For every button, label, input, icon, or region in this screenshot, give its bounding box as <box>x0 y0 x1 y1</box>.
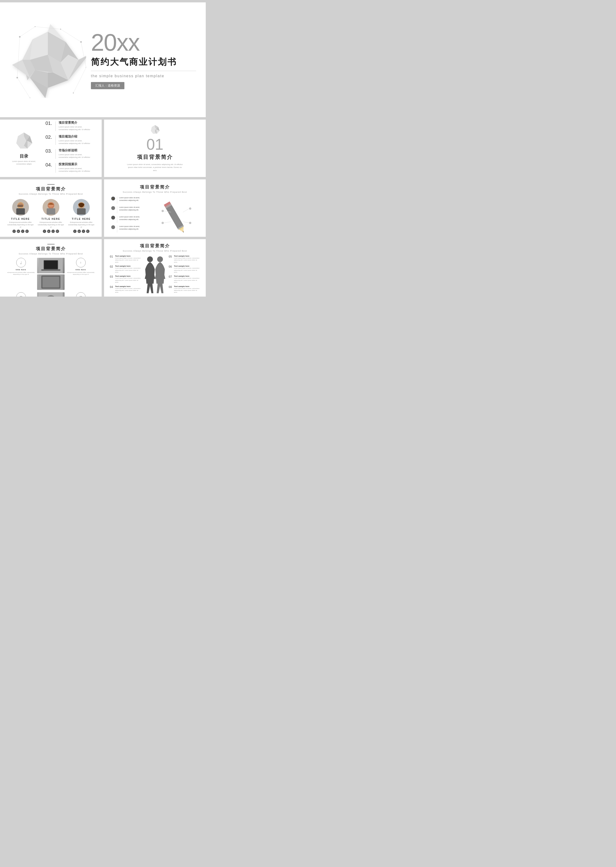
linkedin-icon: in <box>17 229 20 233</box>
slide-team: 项目背景简介 Success Always Belongs To Those W… <box>0 179 102 237</box>
svg-rect-45 <box>47 208 55 215</box>
edu-divider-4 <box>117 225 117 232</box>
stat-num-3: 03 <box>110 275 114 278</box>
stat-title-8: Text sample here <box>174 285 200 287</box>
toc-title-4: 投资回报展示 <box>59 162 92 166</box>
stat-num-7: 07 <box>169 275 173 278</box>
svg-rect-48 <box>77 208 86 215</box>
svg-point-59 <box>162 210 163 212</box>
edu-text-1: Lorem ipsum dolor sit amet,consectetur a… <box>119 196 140 202</box>
stat-row-3: 03 Text sample here Lorem ipsum dolor si… <box>110 275 141 283</box>
toc-div-2 <box>55 135 56 145</box>
stat-row-6: 06 Text sample here Lorem ipsum dolor si… <box>169 265 200 273</box>
toc-title-3: 市场分析说明 <box>59 148 92 152</box>
icon-grid-sub: Success Always Belongs To Those Who Prep… <box>7 253 94 255</box>
icon-item-6: ⊟ title here entrepreneurial activities … <box>67 292 94 297</box>
stat-row-4: 04 Text sample here Lorem ipsum dolor si… <box>110 285 141 294</box>
member-3-title: TITLE HERE <box>68 218 94 220</box>
toc-left-block: 目录 Lorem ipsum dolor sit amet, consectet… <box>9 131 38 165</box>
svg-line-28 <box>17 78 30 98</box>
icon-item-4: ⊞ title here entrepreneurial activities … <box>7 292 35 297</box>
stat-num-2: 02 <box>110 265 114 269</box>
svg-point-17 <box>80 41 82 42</box>
stat-num-8: 08 <box>169 285 173 289</box>
section-desc: Lorem ipsum dolor sit amet, consectetur … <box>126 163 184 172</box>
photo-placeholder-3 <box>37 292 64 297</box>
heading-accent-line <box>47 184 55 185</box>
svg-point-79 <box>147 256 153 262</box>
icon-upload: ↑ <box>76 258 86 267</box>
avatar-3 <box>73 199 90 216</box>
icon-item-3: ↑ title here entrepreneurial activities … <box>67 258 94 290</box>
member-3-desc: Entrepreneurial activities differ substa… <box>68 221 94 228</box>
edu-item-3: Lorem ipsum dolor sit amet,consectetur a… <box>111 216 153 223</box>
toc-sub: Lorem ipsum dolor sit amet, consectetur … <box>9 160 38 165</box>
toc-item-4: 04. 投资回报展示 Lorem ipsum dolor sit amet, c… <box>46 162 92 173</box>
copyright-icon: © <box>25 229 29 233</box>
svg-point-80 <box>157 256 163 262</box>
edu-text-3: Lorem ipsum dolor sit amet,consectetur a… <box>119 216 140 221</box>
stat-row-7: 07 Text sample here Lorem ipsum dolor si… <box>169 275 200 283</box>
edu-items-list: 🎓 Lorem ipsum dolor sit amet,consectetur… <box>111 196 153 232</box>
edu-text-4: Lorem ipsum dolor sit amet,consectetur a… <box>119 225 140 230</box>
icon-grid-heading: 项目背景简介 <box>7 246 94 251</box>
toc-desc-3: Lorem ipsum dolor sit amet, consectetur … <box>59 153 92 159</box>
stats-right-col: 05 Text sample here Lorem ipsum dolor si… <box>169 255 200 295</box>
member-1-socials: f in t © <box>7 229 34 233</box>
stat-desc-7: Lorem ipsum dolor sit amet, consectetur … <box>174 277 200 283</box>
toc-num-4: 04. <box>46 162 53 168</box>
toc-desc-1: Lorem ipsum dolor sit amet, consectetur … <box>59 126 92 131</box>
stat-row-1: 01 Text sample here Lorem ipsum dolor si… <box>110 255 141 263</box>
stat-title-2: Text sample here <box>115 265 141 267</box>
slide-section01: 01 项目背景简介 Lorem ipsum dolor sit amet, co… <box>104 119 206 177</box>
toc-items-list: 01. 项目背景简介 Lorem ipsum dolor sit amet, c… <box>46 121 92 176</box>
photo-placeholder-2 <box>37 274 64 290</box>
edu-item-2: Lorem ipsum dolor sit amet,consectetur a… <box>111 206 153 214</box>
toc-item-3: 03. 市场分析说明 Lorem ipsum dolor sit amet, c… <box>46 148 92 159</box>
slide-grid-row2: 项目背景简介 Success Always Belongs To Those W… <box>0 179 206 237</box>
svg-rect-38 <box>16 208 25 215</box>
team-heading: 项目背景简介 <box>7 186 94 192</box>
twitter-icon: t <box>21 229 24 233</box>
avatar-1 <box>12 199 29 216</box>
stat-row-5: 05 Text sample here Lorem ipsum dolor si… <box>169 255 200 263</box>
edu-divider-1 <box>117 196 117 204</box>
stat-desc-1: Lorem ipsum dolor sit amet, consectetur … <box>115 257 141 263</box>
svg-rect-69 <box>44 261 58 269</box>
icon-grid-sym: ⊞ <box>16 292 26 297</box>
edu-item-4: Lorem ipsum dolor sit amet,consectetur a… <box>111 225 153 232</box>
svg-line-22 <box>20 27 35 37</box>
icon-desc-1: entrepreneurial activities differ substa… <box>7 272 35 275</box>
edu-text-2: Lorem ipsum dolor sit amet,consectetur a… <box>119 206 140 211</box>
svg-text:🎓: 🎓 <box>112 198 114 200</box>
stat-num-6: 06 <box>169 265 173 269</box>
svg-line-27 <box>17 37 20 78</box>
stat-desc-2: Lorem ipsum dolor sit amet, consectetur … <box>115 267 141 273</box>
toc-num-1: 01. <box>46 121 53 126</box>
stat-desc-3: Lorem ipsum dolor sit amet, consectetur … <box>115 277 141 283</box>
slide-toc: 目录 Lorem ipsum dolor sit amet, consectet… <box>0 119 102 177</box>
toc-title-2: 项目规划介绍 <box>59 134 92 139</box>
stat-title-5: Text sample here <box>174 255 200 257</box>
avatar-2 <box>42 199 59 216</box>
member-2-title: TITLE HERE <box>38 218 64 220</box>
section-geo-icon <box>144 124 166 135</box>
section-number: 01 <box>146 137 163 152</box>
icon-calendar: ⊟ <box>76 292 86 297</box>
svg-point-60 <box>162 222 163 224</box>
team-member-3: TITLE HERE Entrepreneurial activities di… <box>68 199 94 233</box>
pencil-visual <box>156 196 198 237</box>
svg-rect-70 <box>41 269 61 271</box>
heading-line <box>47 244 55 244</box>
member-2-socials: f in t © <box>38 229 64 233</box>
icon-photo-2 <box>37 292 64 297</box>
toc-label: 目录 <box>9 153 38 159</box>
cover-title: 简约大气商业计划书 <box>91 56 196 68</box>
edu-icon-4 <box>111 225 115 229</box>
member-3-socials: f in t © <box>68 229 94 233</box>
svg-line-66 <box>183 222 189 223</box>
geometric-shape <box>9 22 86 98</box>
stat-num-1: 01 <box>110 255 114 258</box>
toc-title-1: 项目背景简介 <box>59 121 92 125</box>
toc-div-1 <box>55 121 56 131</box>
